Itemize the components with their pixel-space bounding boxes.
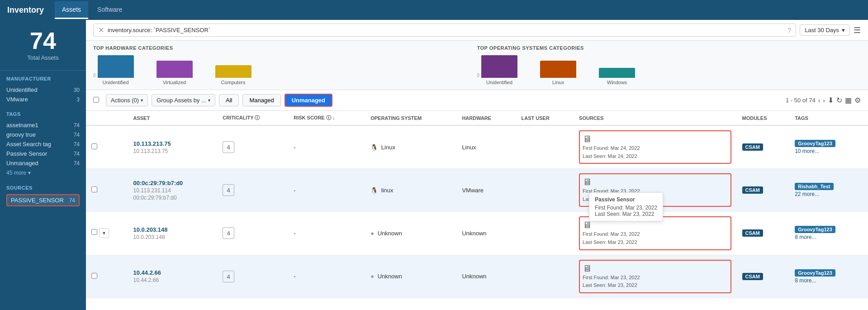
chart-bar-unidentified: Unidentified — [98, 55, 134, 85]
os-chart-title: TOP OPERATING SYSTEMS CATEGORIES — [477, 45, 861, 51]
prev-page-button[interactable]: ‹ — [818, 97, 821, 104]
col-hardware[interactable]: HARDWARE — [456, 111, 516, 125]
row4-tag-more[interactable]: 8 more... — [795, 277, 863, 284]
row4-criticality-cell: 4 — [217, 255, 288, 298]
col-risk-score[interactable]: RISK SCORE ⓘ ↓ — [288, 111, 365, 125]
row2-asset-name[interactable]: 00:0c:29:79:b7:d0 — [133, 180, 212, 186]
row4-asset-name[interactable]: 10.44.2.66 — [133, 269, 212, 276]
source-server-icon: 🖥 — [583, 263, 727, 274]
row1-tag-more[interactable]: 10 more... — [795, 148, 863, 154]
row2-checkbox[interactable] — [91, 186, 97, 192]
row2-criticality-badge: 4 — [223, 184, 234, 196]
tab-software[interactable]: Software — [90, 1, 129, 19]
row3-sources-col: 🖥 First Found: Mar 23, 2022 Last Seen: M… — [579, 216, 731, 250]
chart-bar-os-linux: Linux — [540, 61, 576, 85]
col-criticality[interactable]: CRITICALITY ⓘ — [217, 111, 288, 125]
chevron-down-icon: ▾ — [28, 170, 31, 176]
row4-tag-badge: GroovyTag123 — [795, 269, 835, 277]
menu-icon[interactable]: ☰ — [854, 25, 861, 35]
row3-tag-more[interactable]: 8 more... — [795, 234, 863, 240]
total-assets-label: Total Assets — [5, 54, 81, 61]
row3-checkbox[interactable] — [91, 229, 97, 235]
row4-checkbox[interactable] — [91, 273, 97, 279]
row2-asset-cell: 00:0c:29:79:b7:d0 10.113.231.114 00:0c:2… — [128, 169, 218, 212]
chart-y-label: 0 — [93, 73, 96, 78]
search-input-wrap[interactable]: ✕ inventory.source: `PASSIVE_SENSOR` ? — [93, 24, 796, 37]
sidebar-item-groovy-true[interactable]: groovy true 74 — [6, 130, 80, 139]
sidebar-tags-title: TAGS — [6, 111, 80, 117]
col-last-user[interactable]: LAST USER — [516, 111, 574, 125]
chart-view-button[interactable]: ▦ — [845, 96, 852, 105]
row4-asset-cell: 10.44.2.66 10.44.2.66 — [128, 255, 218, 298]
row1-modules-cell: CSAM — [737, 125, 790, 169]
search-bar: ✕ inventory.source: `PASSIVE_SENSOR` ? L… — [86, 20, 868, 41]
refresh-button[interactable]: ↻ — [836, 96, 842, 105]
row4-source-dates: First Found: Mar 23, 2022 Last Seen: Mar… — [583, 274, 727, 290]
select-all-checkbox[interactable] — [93, 97, 99, 103]
row3-expand-button[interactable]: ▾ — [99, 228, 109, 238]
row2-tag-more[interactable]: 22 more... — [795, 191, 863, 197]
row2-sources-cell: 🖥 First Found: Mar 23, 2022 Last Seen: M… — [574, 169, 736, 212]
assets-table: ASSET CRITICALITY ⓘ RISK SCORE ⓘ ↓ OPERA… — [86, 111, 868, 298]
next-page-button[interactable]: › — [823, 97, 825, 104]
sidebar-item-unidentified[interactable]: Unidentified 30 — [6, 85, 80, 95]
group-assets-button[interactable]: Group Assets by ... ▾ — [152, 94, 215, 106]
sidebar-item-assetname1[interactable]: assetname1 74 — [6, 120, 80, 130]
assets-table-wrap: ASSET CRITICALITY ⓘ RISK SCORE ⓘ ↓ OPERA… — [86, 111, 868, 310]
row1-checkbox[interactable] — [91, 143, 97, 149]
sidebar-item-passive-sensor-source[interactable]: PASSIVE_SENSOR 74 — [6, 194, 80, 206]
charts-area: TOP HARDWARE CATEGORIES 0 Unidentified V… — [86, 41, 868, 90]
search-help-icon[interactable]: ? — [787, 27, 791, 34]
row4-sources-cell: 🖥 First Found: Mar 23, 2022 Last Seen: M… — [574, 255, 736, 298]
date-range-selector[interactable]: Last 30 Days ▾ — [800, 24, 850, 36]
tooltip-title: Passive Sensor — [595, 196, 657, 203]
col-asset[interactable]: ASSET — [128, 111, 218, 125]
actions-button[interactable]: Actions (0) ▾ — [106, 94, 148, 106]
row2-modules-cell: CSAM — [737, 169, 790, 212]
row4-csam-badge: CSAM — [742, 273, 763, 280]
table-row: 10.113.213.75 10.113.213.75 4 - 🐧 Linux — [86, 125, 868, 169]
linux-icon: 🐧 — [370, 144, 378, 151]
chevron-down-icon: ▾ — [208, 98, 210, 103]
download-button[interactable]: ⬇ — [828, 96, 834, 105]
row3-risk-cell: - — [288, 212, 365, 255]
row3-asset-name[interactable]: 10.0.203.148 — [133, 226, 212, 233]
sidebar: 74 Total Assets MANUFACTURER Unidentifie… — [0, 20, 86, 310]
source-server-icon: 🖥 — [583, 220, 727, 230]
sidebar-item-vmware[interactable]: VMware 3 — [6, 95, 80, 104]
top-nav: Inventory Assets Software — [0, 0, 868, 20]
row1-asset-name[interactable]: 10.113.213.75 — [133, 140, 212, 147]
date-range-label: Last 30 Days — [805, 27, 839, 33]
sidebar-item-passive-sensor[interactable]: Passive Sensor 74 — [6, 149, 80, 158]
col-modules[interactable]: MODULES — [737, 111, 790, 125]
row4-os-cell: ● Unknown — [365, 255, 456, 298]
chart-bar-computers: Computers — [215, 65, 251, 85]
row4-risk-cell: - — [288, 255, 365, 298]
sidebar-manufacturer-title: MANUFACTURER — [6, 76, 80, 81]
sidebar-sources-section: SOURCES PASSIVE_SENSOR 74 — [0, 180, 86, 210]
col-sources[interactable]: SOURCES — [574, 111, 736, 125]
sidebar-tags-more[interactable]: 45 more ▾ — [6, 168, 80, 178]
row1-os-cell: 🐧 Linux — [365, 125, 456, 169]
row3-source-dates: First Found: Mar 23, 2022 Last Seen: Mar… — [583, 230, 727, 246]
total-assets-number: 74 — [5, 29, 81, 52]
filter-unmanaged-button[interactable]: Unmanaged — [285, 94, 332, 107]
row1-asset-sub: 10.113.213.75 — [133, 148, 212, 154]
row3-tag-badge: GroovyTag123 — [795, 226, 835, 233]
row4-asset-sub: 10.44.2.66 — [133, 277, 212, 283]
sidebar-item-unmanaged[interactable]: Unmanaged 74 — [6, 158, 80, 168]
col-os[interactable]: OPERATING SYSTEM — [365, 111, 456, 125]
clear-search-icon[interactable]: ✕ — [98, 26, 104, 34]
settings-button[interactable]: ⚙ — [854, 96, 861, 105]
source-server-icon: 🖥 — [583, 177, 727, 187]
row1-asset-cell: 10.113.213.75 10.113.213.75 — [128, 125, 218, 169]
row3-checkbox-cell: ▾ — [86, 212, 128, 255]
filter-all-button[interactable]: All — [219, 94, 239, 106]
tab-assets[interactable]: Assets — [55, 1, 88, 19]
col-tags[interactable]: TAGS — [789, 111, 868, 125]
row1-criticality-cell: 4 — [217, 125, 288, 169]
row1-criticality-badge: 4 — [223, 141, 234, 153]
sidebar-item-asset-search-tag[interactable]: Asset Search tag 74 — [6, 139, 80, 149]
filter-managed-button[interactable]: Managed — [242, 94, 280, 106]
row3-asset-sub: 10.0.203.148 — [133, 234, 212, 240]
